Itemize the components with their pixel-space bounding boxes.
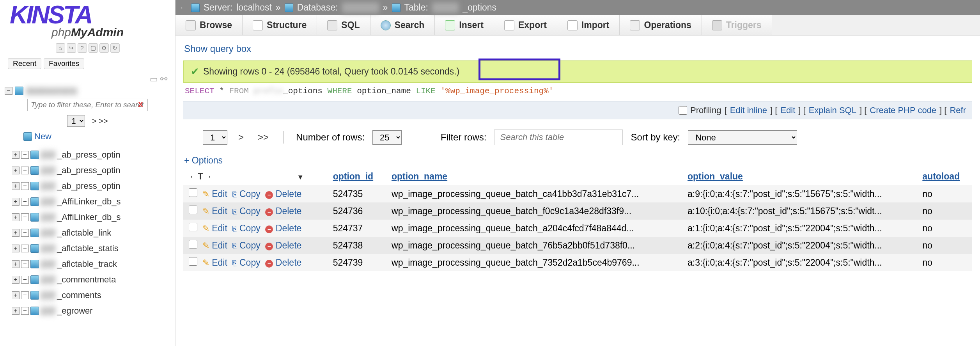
new-table-link[interactable]: New [0, 129, 175, 144]
expand-icon[interactable]: + [12, 198, 19, 206]
row-checkbox[interactable] [189, 188, 197, 197]
row-checkbox[interactable] [189, 206, 197, 214]
expand-icon[interactable]: + [12, 151, 19, 159]
row-checkbox[interactable] [189, 240, 197, 248]
row-checkbox[interactable] [189, 223, 197, 231]
expand-icon[interactable]: + [12, 307, 19, 315]
page-select[interactable]: 1 [67, 115, 85, 127]
copy-row-link[interactable]: Copy [239, 206, 261, 216]
delete-row-link[interactable]: Delete [276, 223, 301, 233]
page-next[interactable]: > >> [92, 117, 108, 125]
delete-row-link[interactable]: Delete [276, 189, 301, 199]
edit-link[interactable]: Edit [780, 105, 795, 115]
expand-icon[interactable]: + [12, 276, 19, 284]
col-option-id[interactable]: option_id [328, 168, 386, 185]
tab-favorites[interactable]: Favorites [44, 58, 84, 69]
collapse-icon[interactable]: − [21, 151, 29, 159]
col-autoload[interactable]: autoload [917, 168, 972, 185]
tree-root[interactable]: − databasename [0, 85, 175, 97]
tab-sql[interactable]: SQL [317, 15, 370, 35]
edit-row-link[interactable]: Edit [212, 257, 227, 268]
col-actions[interactable]: ←T→ ▼ [183, 168, 328, 185]
col-option-name[interactable]: option_name [386, 168, 682, 185]
show-query-link[interactable]: Show query box [183, 41, 972, 60]
edit-row-link[interactable]: Edit [212, 189, 227, 199]
tree-item[interactable]: +−pref_egrower [12, 303, 175, 319]
tab-structure[interactable]: Structure [243, 15, 317, 35]
last-page-button[interactable]: >> [255, 132, 272, 143]
refresh-link[interactable]: Refr [950, 105, 966, 115]
tree-item[interactable]: +−pref_AffiLinker_db_s [12, 194, 175, 209]
edit-row-link[interactable]: Edit [212, 240, 227, 250]
bc-table-val[interactable]: _options [463, 2, 496, 13]
collapse-icon[interactable]: − [21, 229, 29, 237]
tree-item[interactable]: +−pref_AffiLinker_db_s [12, 209, 175, 225]
tree-item[interactable]: +−pref_aflctable_track [12, 256, 175, 272]
filter-input[interactable] [27, 99, 148, 111]
options-link[interactable]: + Options [183, 153, 972, 168]
collapse-icon[interactable]: − [21, 213, 29, 221]
create-php-link[interactable]: Create PHP code [870, 105, 936, 115]
copy-row-link[interactable]: Copy [239, 223, 261, 233]
logout-icon[interactable]: ↪ [67, 43, 76, 53]
rows-select[interactable]: 25 [372, 130, 402, 145]
collapse-icon[interactable]: − [21, 307, 29, 315]
collapse-icon[interactable]: − [21, 245, 29, 252]
docs-icon[interactable]: ? [78, 43, 87, 53]
collapse-icon[interactable]: − [21, 167, 29, 174]
copy-row-link[interactable]: Copy [239, 189, 261, 199]
bc-db-val[interactable]: dbname [342, 2, 379, 13]
home-icon[interactable]: ⌂ [56, 43, 65, 53]
tree-item[interactable]: +−pref_ab_press_optin [12, 163, 175, 178]
expand-icon[interactable]: + [12, 245, 19, 252]
sort-indicator-icon[interactable]: ▼ [297, 173, 304, 181]
tree-item[interactable]: +−pref_comments [12, 287, 175, 303]
tree-item[interactable]: +−pref_ab_press_optin [12, 178, 175, 194]
collapse-icon[interactable]: − [21, 276, 29, 284]
expand-icon[interactable]: + [12, 291, 19, 299]
bc-server-val[interactable]: localhost [236, 2, 272, 13]
tree-item[interactable]: +−pref_ab_press_optin [12, 147, 175, 163]
collapse-icon[interactable]: − [21, 198, 29, 206]
delete-row-link[interactable]: Delete [276, 206, 301, 216]
sql-icon[interactable]: ▢ [89, 43, 98, 53]
filter-rows-input[interactable] [494, 130, 623, 145]
edit-inline-link[interactable]: Edit inline [730, 105, 767, 115]
tab-search[interactable]: Search [370, 15, 435, 35]
delete-row-link[interactable]: Delete [276, 240, 301, 250]
copy-row-link[interactable]: Copy [239, 240, 261, 250]
col-option-value[interactable]: option_value [682, 168, 917, 185]
tab-recent[interactable]: Recent [8, 58, 41, 69]
next-page-button[interactable]: > [235, 132, 247, 143]
expand-icon[interactable]: + [12, 182, 19, 190]
tab-operations[interactable]: Operations [620, 15, 702, 35]
edit-row-link[interactable]: Edit [212, 223, 227, 233]
row-checkbox[interactable] [189, 257, 197, 266]
tree-item[interactable]: +−pref_commentmeta [12, 272, 175, 287]
tree-item[interactable]: +−pref_aflctable_link [12, 225, 175, 241]
collapse-toggle[interactable]: ▭ ⚯ [0, 73, 175, 85]
tab-insert[interactable]: Insert [435, 15, 494, 35]
expand-icon[interactable]: + [12, 167, 19, 174]
copy-row-link[interactable]: Copy [239, 257, 261, 268]
expand-icon[interactable]: + [12, 229, 19, 237]
collapse-icon[interactable]: − [21, 260, 29, 268]
settings-icon[interactable]: ⚙ [99, 43, 109, 53]
tab-import[interactable]: Import [557, 15, 620, 35]
expand-icon[interactable]: + [12, 213, 19, 221]
expand-icon[interactable]: + [12, 260, 19, 268]
tab-export[interactable]: Export [494, 15, 557, 35]
explain-link[interactable]: Explain SQL [809, 105, 856, 115]
sort-select[interactable]: None [688, 130, 797, 145]
clear-filter-icon[interactable]: X [138, 100, 143, 109]
profiling-checkbox[interactable] [679, 106, 687, 115]
delete-row-link[interactable]: Delete [276, 257, 301, 268]
page-select-main[interactable]: 1 [203, 130, 227, 145]
collapse-icon[interactable]: − [21, 182, 29, 190]
collapse-icon[interactable]: − [21, 291, 29, 299]
reload-icon[interactable]: ↻ [110, 43, 120, 53]
tree-item[interactable]: +−pref_aflctable_statis [12, 241, 175, 256]
tab-triggers[interactable]: Triggers [702, 15, 772, 35]
back-arrow-icon[interactable]: ← [179, 3, 187, 12]
edit-row-link[interactable]: Edit [212, 206, 227, 216]
